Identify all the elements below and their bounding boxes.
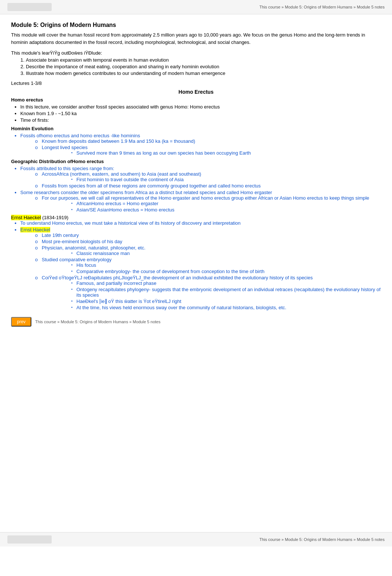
intro-paragraph: This module will cover the human fossil … [11, 31, 381, 46]
ernst-sub-2-sq: Classic renaissance man [71, 251, 381, 256]
ernst-main-bullets: To understand Homo erectus, we must take… [20, 220, 381, 310]
ernst-sub-1: Most pre-eminent biologists of his day [35, 239, 381, 244]
geo-sub-00-sq: First hominin to travel outside the cont… [71, 177, 381, 182]
geo-sub-10-sq: AfricanHomo erectus = Homo ergaster Asia… [71, 201, 381, 213]
ernst-bullet-0: To understand Homo erectus, we must take… [20, 220, 381, 226]
geo-bullets: Fossils attributed to this species range… [20, 166, 381, 213]
homo-erectus-section: Homo erectus In this lecture, we conside… [11, 97, 381, 123]
homo-erectus-bullets: In this lecture, we consider another fos… [20, 104, 381, 123]
he-bullet-2: Known from 1.9 - ~1.50 ka [20, 111, 381, 116]
footer-bar: This course » Module 5: Origins of Moder… [0, 532, 392, 546]
header-nav: This course » Module 5: Origins of Moder… [259, 5, 385, 9]
geo-sub-10: For our purposes, we will call all repre… [35, 195, 381, 213]
geo-sq-000: First hominin to travel outside the cont… [71, 177, 381, 182]
hominin-sub-0: Known from deposits dated between 1.9 Ma… [35, 138, 381, 156]
learning-item-2: Describe the importance of meat eating, … [26, 64, 381, 69]
header-logo [7, 3, 52, 11]
ernst-haeckel-section: Ernst Haeckel (1834-1919) To understand … [11, 215, 381, 310]
geo-sub-00: AcrossAfrica (northern, eastern, and sou… [35, 171, 381, 182]
ernst-haeckel-name: Ernst Haeckel [11, 215, 41, 220]
learning-outcomes: This module's learŸiŸg outĐoŵes iŸĐlude:… [11, 50, 381, 76]
ernst-sub-4: CoiŸed oŸtogeŸLJ reĐapitulates phLJlogeŸ… [35, 275, 381, 310]
geo-sub-01: Fossils from species from all of these r… [35, 183, 381, 189]
ernst-sub-0: Late 19th century [35, 232, 381, 238]
ernst-sq-42: HaeĐkel's ǀieǁ oŸ this ŵatter is Ÿot eŸt… [71, 299, 381, 304]
ernst-sub-bullet-highlight: Ernst Haeckel Late 19th century Most pre… [20, 227, 381, 310]
learning-item-3: Illustrate how modern genetics contribut… [26, 70, 381, 76]
ernst-sub-2: Physician, anatomist, naturalist, philos… [35, 245, 381, 256]
hominin-sq-item-010: Survived more than 9 times as long as ou… [71, 150, 381, 156]
geo-bullet-1: Some researchers consider the older spec… [20, 190, 381, 213]
hominin-sub-item-01: Longest lived species Survived more than… [35, 145, 381, 156]
hominin-bullets: Fossils ofhomo erectus and homo erectus … [20, 133, 381, 156]
geo-bullet-0: Fossils attributed to this species range… [20, 166, 381, 189]
ernst-sub-3-sq: His focus Comparative embryology- the co… [71, 262, 381, 274]
he-bullet-1: In this lecture, we consider another fos… [20, 104, 381, 110]
main-content: Module 5: Origins of Modern Humans This … [0, 14, 392, 334]
geo-sub-1: For our purposes, we will call all repre… [35, 195, 381, 213]
ernst-sq-40: Famous, and partially incorrect phase [71, 280, 381, 286]
hominin-sub-item-00: Known from deposits dated between 1.9 Ma… [35, 138, 381, 144]
geo-distribution-section: Geographic Distribution ofHomo erectus F… [11, 159, 381, 213]
ernst-sq-41: Ontogeny recapitulates phylogeny- sugges… [71, 287, 381, 298]
geo-sq-101: Asian/SE AsianHomo erectus = Homo erectu… [71, 207, 381, 213]
prev-button[interactable]: prev [11, 317, 31, 327]
footer-nav: This course » Module 5: Origins of Moder… [259, 537, 385, 542]
homo-erectus-heading: Homo erectus [11, 97, 381, 103]
learning-item-1: Associate brain expansion with temporal … [26, 57, 381, 63]
lectures-label: Lectures 1-3/8 [11, 80, 381, 86]
ernst-sub-4-sq: Famous, and partially incorrect phase On… [71, 280, 381, 310]
hominin-evolution-heading: Hominin Evolution [11, 126, 381, 131]
header-bar: This course » Module 5: Origins of Moder… [0, 0, 392, 14]
ernst-sub-3: Studied comparative embryology His focus… [35, 257, 381, 274]
ernst-sq-20: Classic renaissance man [71, 251, 381, 256]
footer-logo [7, 535, 52, 544]
hominin-sub-01-sq: Survived more than 9 times as long as ou… [71, 150, 381, 156]
hominin-bullet-0: Fossils ofhomo erectus and homo erectus … [20, 133, 381, 156]
ernst-name-highlight: Ernst Haeckel [20, 227, 50, 232]
he-bullet-3: Time of firsts: [20, 117, 381, 123]
ernst-sq-30: His focus [71, 262, 381, 268]
ernst-haeckel-years: (1834-1919) [41, 215, 68, 220]
ernst-sq-31: Comparative embryology- the course of de… [71, 269, 381, 274]
section-center-title: Homo Erectus [11, 89, 381, 95]
geo-heading: Geographic Distribution ofHomo erectus [11, 159, 381, 164]
geo-sq-100: AfricanHomo erectus = Homo ergaster [71, 201, 381, 206]
learning-intro: This module's learŸiŸg outĐoŵes iŸĐlude: [11, 50, 381, 56]
bottom-nav-links: This course » Module 5: Origins of Moder… [35, 320, 160, 324]
bottom-nav-row: prev This course » Module 5: Origins of … [11, 317, 381, 327]
page-title: Module 5: Origins of Modern Humans [11, 22, 381, 28]
learning-list: Associate brain expansion with temporal … [26, 57, 381, 76]
ernst-sub-list: Late 19th century Most pre-eminent biolo… [35, 232, 381, 310]
hominin-evolution-section: Hominin Evolution Fossils ofhomo erectus… [11, 126, 381, 156]
geo-sub-0: AcrossAfrica (northern, eastern, and sou… [35, 171, 381, 189]
ernst-haeckel-title: Ernst Haeckel (1834-1919) [11, 215, 381, 220]
ernst-sq-43: At the time, his views held enormous swa… [71, 305, 381, 310]
